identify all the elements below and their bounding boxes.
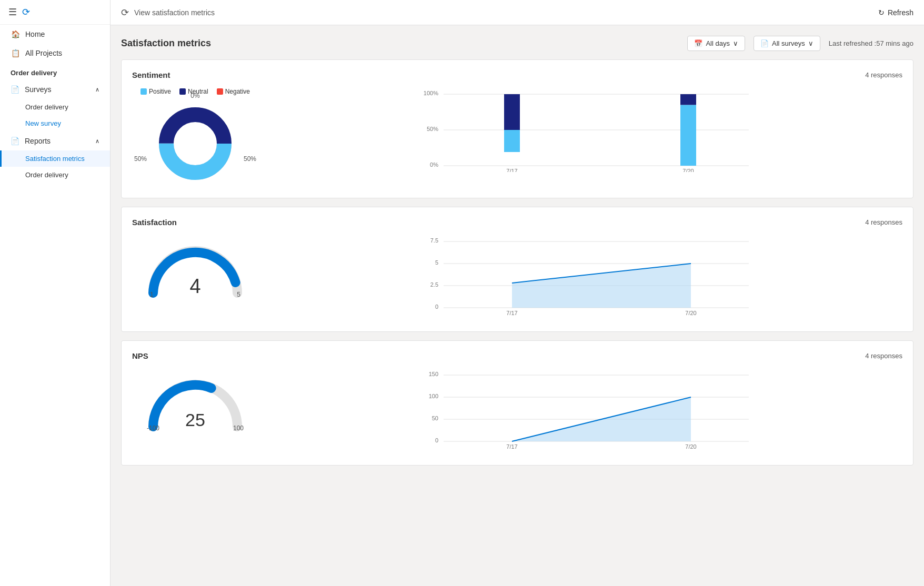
- nps-gauge: 25 -100 100: [132, 369, 258, 454]
- satisfaction-card: Satisfaction 4 responses 4: [121, 207, 913, 332]
- bar-717-neutral: [504, 94, 520, 130]
- all-projects-label: All Projects: [25, 49, 62, 57]
- svg-text:7/20: 7/20: [685, 443, 696, 450]
- page-title: Satisfaction metrics: [121, 38, 211, 49]
- nps-gauge-svg: 25: [143, 369, 248, 432]
- sidebar-item-order-delivery-survey[interactable]: Order delivery: [0, 99, 110, 115]
- topbar: ⟳ View satisfaction metrics ↻ Refresh: [111, 0, 924, 25]
- satisfaction-area-svg: 7.5 5 2.5 0 7/17: [279, 235, 902, 319]
- svg-text:7/17: 7/17: [506, 310, 517, 316]
- all-surveys-label: All surveys: [772, 39, 805, 47]
- sentiment-card-header: Sentiment 4 responses: [132, 70, 902, 79]
- surveys-chevron-down-icon: ∨: [808, 39, 813, 47]
- svg-text:7/17: 7/17: [506, 443, 517, 450]
- breadcrumb-area: ⟳ View satisfaction metrics: [121, 7, 215, 18]
- sentiment-card-body: Positive Neutral Negative 0% 50: [132, 88, 902, 187]
- all-days-filter[interactable]: 📅 All days ∨: [687, 36, 745, 51]
- satisfaction-responses: 4 responses: [865, 218, 902, 226]
- nps-responses: 4 responses: [865, 352, 902, 360]
- donut-label-top: 0%: [190, 92, 199, 99]
- svg-text:0: 0: [435, 304, 438, 310]
- nps-gauge-min: -100: [147, 425, 159, 432]
- nps-card: NPS 4 responses: [121, 340, 913, 466]
- sidebar-top: ☰ ⟳: [0, 0, 110, 25]
- positive-dot: [140, 88, 147, 95]
- svg-text:7/17: 7/17: [506, 168, 517, 172]
- svg-text:0%: 0%: [430, 161, 438, 168]
- nps-card-body: 25 -100 100 150 100 50 0: [132, 369, 902, 454]
- negative-dot: [217, 88, 223, 95]
- reports-collapse[interactable]: 📄 Reports ∧: [0, 132, 110, 150]
- sentiment-card: Sentiment 4 responses Positive Neutral: [121, 59, 913, 198]
- page-header: Satisfaction metrics 📅 All days ∨ 📄 All …: [121, 36, 913, 51]
- refresh-button[interactable]: ↻ Refresh: [878, 8, 913, 17]
- svg-point-3: [174, 123, 216, 165]
- satisfaction-card-body: 4 1 5 7.5 5 2.5 0: [132, 235, 902, 321]
- order-delivery-survey-label: Order delivery: [25, 103, 68, 111]
- svg-text:100: 100: [429, 393, 438, 399]
- section-header-order-delivery: Order delivery: [0, 63, 110, 80]
- donut-wrapper: 0% 50% 50%: [153, 102, 237, 187]
- nps-gauge-wrapper: 25 -100 100: [143, 369, 248, 432]
- donut-label-right: 50%: [244, 155, 256, 163]
- sidebar-item-satisfaction-metrics[interactable]: Satisfaction metrics: [0, 150, 110, 167]
- sentiment-chart-left: Positive Neutral Negative 0% 50: [132, 88, 258, 187]
- svg-text:100%: 100%: [424, 90, 438, 96]
- svg-text:0: 0: [435, 437, 438, 443]
- surveys-collapse[interactable]: 📄 Surveys ∧: [0, 80, 110, 99]
- legend-negative: Negative: [217, 88, 250, 95]
- surveys-chevron-icon: ∧: [95, 86, 99, 93]
- sidebar-item-all-projects[interactable]: 📋 All Projects: [0, 44, 110, 63]
- refresh-icon: ↻: [878, 8, 885, 17]
- svg-text:7.5: 7.5: [430, 237, 438, 244]
- svg-text:25: 25: [185, 410, 205, 430]
- sidebar: ☰ ⟳ 🏠 Home 📋 All Projects Order delivery…: [0, 0, 111, 586]
- satisfaction-card-header: Satisfaction 4 responses: [132, 218, 902, 227]
- svg-text:150: 150: [429, 371, 438, 377]
- satisfaction-area-chart: 7.5 5 2.5 0 7/17: [279, 235, 902, 321]
- surveys-label: Surveys: [25, 85, 52, 94]
- sentiment-bar-svg: 100% 50% 0% 7/17: [279, 88, 902, 172]
- content-area: Satisfaction metrics 📅 All days ∨ 📄 All …: [111, 25, 924, 586]
- nps-area-chart: 150 100 50 0 7/17 7/20: [279, 369, 902, 454]
- order-delivery-report-label: Order delivery: [25, 171, 68, 179]
- reports-icon: 📄: [11, 137, 19, 145]
- negative-label: Negative: [225, 88, 250, 95]
- sentiment-responses: 4 responses: [865, 71, 902, 79]
- last-refreshed: Last refreshed :57 mins ago: [829, 39, 913, 47]
- svg-text:4: 4: [189, 275, 200, 297]
- svg-text:5: 5: [435, 259, 438, 266]
- svg-text:2.5: 2.5: [430, 281, 438, 288]
- positive-label: Positive: [149, 88, 171, 95]
- nps-area-svg: 150 100 50 0 7/17 7/20: [279, 369, 902, 453]
- svg-text:50: 50: [432, 415, 438, 421]
- sidebar-item-order-delivery-report[interactable]: Order delivery: [0, 167, 110, 183]
- surveys-filter-icon: 📄: [760, 39, 769, 47]
- bar-720-neutral: [680, 94, 696, 105]
- refresh-label: Refresh: [888, 8, 913, 17]
- main-area: ⟳ View satisfaction metrics ↻ Refresh Sa…: [111, 0, 924, 586]
- gauge-wrapper: 4 1 5: [143, 235, 248, 298]
- surveys-icon: 📄: [11, 85, 19, 94]
- svg-text:7/20: 7/20: [682, 168, 694, 172]
- nps-gauge-max: 100: [233, 425, 244, 432]
- svg-text:50%: 50%: [427, 126, 438, 132]
- neutral-dot: [179, 88, 186, 95]
- sidebar-item-new-survey[interactable]: New survey: [0, 115, 110, 132]
- all-surveys-filter[interactable]: 📄 All surveys ∨: [754, 36, 820, 51]
- sidebar-logo-icon: ⟳: [22, 6, 30, 18]
- nps-title: NPS: [132, 351, 148, 360]
- new-survey-label: New survey: [25, 119, 61, 127]
- legend-positive: Positive: [140, 88, 171, 95]
- chevron-down-icon: ∨: [733, 39, 738, 47]
- home-label: Home: [25, 30, 45, 38]
- topbar-icon: ⟳: [121, 7, 129, 18]
- gauge-svg: 4: [143, 235, 248, 298]
- hamburger-icon[interactable]: ☰: [8, 6, 17, 18]
- all-days-label: All days: [706, 39, 730, 47]
- gauge-min: 1: [150, 291, 154, 298]
- satisfaction-title: Satisfaction: [132, 218, 177, 227]
- breadcrumb: View satisfaction metrics: [134, 8, 215, 17]
- sidebar-item-home[interactable]: 🏠 Home: [0, 25, 110, 44]
- sentiment-title: Sentiment: [132, 70, 170, 79]
